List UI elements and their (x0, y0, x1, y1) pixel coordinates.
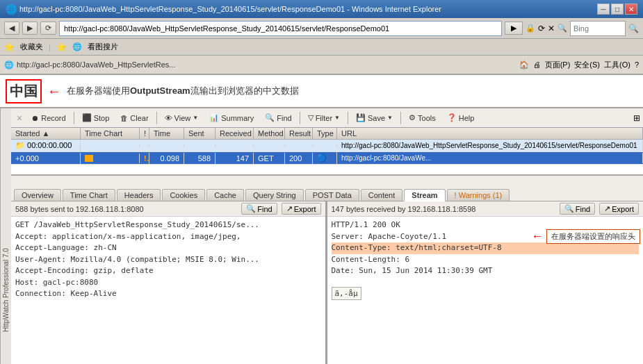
sep4 (348, 112, 348, 124)
tab-postdata[interactable]: POST Data (305, 189, 359, 201)
left-line6: Host: gacl-pc:8080 (15, 278, 98, 287)
annotation-header: ← 在服务器端设置的响应头 (531, 229, 640, 244)
right-line4: Content-Length: 6 (332, 255, 410, 264)
td-timechart-1 (81, 144, 140, 147)
left-line1: GET /JavaWeb_HttpServletResponse_Study_2… (15, 220, 259, 229)
left-line5: Accept-Encoding: gzip, deflate (15, 266, 154, 275)
tools-menu-ie[interactable]: 工具(O) (604, 60, 630, 70)
refresh-button[interactable]: ⟳ (40, 22, 56, 35)
help-button-hw[interactable]: ❓ Help (442, 111, 480, 124)
restore-button[interactable]: □ (611, 3, 624, 15)
ie-icon: 🌐 (6, 4, 17, 15)
th-time: Time (149, 128, 184, 139)
left-toolbar: 588 bytes sent to 192.168.118.1:8080 🔍 F… (11, 201, 325, 217)
summary-button[interactable]: 📊 Summary (204, 111, 259, 124)
cert-icon: 🔒 (526, 24, 535, 33)
export-icon-left: ↗ (286, 204, 293, 213)
right-line5: Date: Sun, 15 Jun 2014 11:30:39 GMT (332, 266, 493, 275)
page-toolbar: 🌐 http://gacl-pc:8080/JavaWeb_HttpServle… (0, 56, 643, 75)
th-started: Started ▲ (11, 128, 81, 139)
th-excl: ! (140, 128, 149, 139)
print-icon: 🖨 (533, 60, 541, 69)
main-area: 中国 ← 在服务器端使用OutputStream流输出到浏览器的中文数据 Htt… (0, 75, 643, 364)
tab-warnings[interactable]: ! Warnings (1) (447, 189, 510, 201)
fav-item1-label[interactable]: 看图搜片 (88, 42, 118, 52)
td-url-2: http://gacl-pc:8080/JavaWe... (337, 153, 643, 163)
view-button[interactable]: 👁 View ▼ (160, 112, 204, 124)
tab-querystring[interactable]: Query String (245, 189, 304, 201)
page-type-icon: 🔵 (317, 154, 327, 162)
table-row[interactable]: +0.000 ! 0.098 588 147 GET 200 🔵 http://… (11, 152, 643, 165)
nav-bar: ◀ ▶ ⟳ ▶ 🔒 ⟳ ✕ 🔍 🔍 (0, 18, 643, 39)
tab-cookies[interactable]: Cookies (162, 189, 205, 201)
back-button[interactable]: ◀ (4, 22, 19, 35)
save-button[interactable]: 💾 Save ▼ (351, 111, 398, 124)
go-button[interactable]: ▶ (505, 22, 523, 35)
th-sent: Sent (184, 128, 215, 139)
td-type-2: 🔵 (313, 152, 337, 164)
search-input[interactable] (570, 21, 626, 36)
find-button-left[interactable]: 🔍 Find (241, 203, 277, 215)
right-info: 147 bytes received by 192.168.118.1:8598 (332, 205, 555, 213)
find-button-right[interactable]: 🔍 Find (560, 203, 595, 215)
th-method: Method (254, 128, 285, 139)
right-toolbar: 147 bytes received by 192.168.118.1:8598… (327, 201, 644, 217)
favorites-label[interactable]: 收藏夹 (20, 42, 43, 52)
expand-icon[interactable]: ⊞ (633, 113, 640, 123)
help-icon-ie[interactable]: ? (635, 60, 639, 69)
filter-button[interactable]: ▽ Filter ▼ (303, 111, 345, 124)
clear-icon: 🗑 (120, 114, 128, 122)
find-icon-left: 🔍 (246, 204, 256, 213)
tools-icon: ⚙ (409, 113, 416, 122)
httpwatch-toolbar: × ⏺ Record ⬛ Stop 🗑 Clear 👁 View (11, 108, 643, 128)
record-button[interactable]: ⏺ Record (26, 112, 70, 124)
help-icon: ❓ (447, 113, 457, 122)
minimize-button[interactable]: ─ (597, 3, 610, 15)
tab-headers[interactable]: Headers (117, 189, 161, 201)
save-dropdown-icon: ▼ (387, 115, 393, 121)
address-bar[interactable] (59, 21, 502, 36)
table-row[interactable]: 📁 00:00:00.000 http://gacl-pc:8080/JavaW… (11, 140, 643, 152)
td-time-1 (149, 144, 184, 147)
folder-icon: 📁 (15, 141, 25, 149)
tools-button-hw[interactable]: ⚙ Tools (404, 111, 441, 124)
tab-overview[interactable]: Overview (14, 189, 61, 201)
sep1 (74, 112, 74, 124)
td-timechart-2 (81, 154, 140, 163)
close-button[interactable]: ✕ (625, 3, 637, 15)
th-timechart: Time Chart (81, 128, 140, 139)
th-type: Type (313, 128, 337, 139)
td-result-2: 200 (285, 153, 313, 164)
tab-content[interactable]: Content (361, 189, 403, 201)
page-address-short: http://gacl-pc:8080/JavaWeb_HttpServletR… (17, 60, 175, 69)
horizontal-scrollbar[interactable] (11, 175, 643, 185)
export-button-left[interactable]: ↗ Export (282, 203, 321, 215)
view-dropdown-icon: ▼ (193, 115, 198, 121)
content-wrapper: HttpWatch Professional 7.0 × ⏺ Record ⬛ … (0, 108, 643, 364)
page-menu[interactable]: 页面(P) (545, 60, 571, 70)
th-received: Received (215, 128, 254, 139)
td-url-1: http://gacl-pc:8080/JavaWeb_HttpServletR… (337, 140, 643, 151)
title-bar: 🌐 http://gacl-pc:8080/JavaWeb_HttpServle… (0, 0, 643, 18)
filter-icon: ▽ (308, 113, 314, 122)
left-line4: User-Agent: Mozilla/4.0 (compatible; MSI… (15, 255, 259, 264)
tab-timechart[interactable]: Time Chart (63, 189, 115, 201)
stop-icon2: ⬛ (82, 113, 92, 122)
forward-button[interactable]: ▶ (22, 22, 38, 35)
td-sent-1 (184, 144, 215, 147)
find-button-hw[interactable]: 🔍 Find (260, 111, 296, 124)
left-line3: Accept-Language: zh-CN (15, 243, 117, 252)
tab-cache[interactable]: Cache (206, 189, 244, 201)
find-icon-right: 🔍 (564, 204, 574, 213)
clear-button[interactable]: 🗑 Clear (115, 112, 153, 124)
annotation-text: 在服务器端使用OutputStream流输出到浏览器的中文数据 (67, 85, 299, 97)
sep3 (300, 112, 300, 124)
left-line2: Accept: application/x-ms-application, im… (15, 232, 241, 241)
td-result-1 (285, 144, 313, 147)
hw-close-button[interactable]: × (14, 111, 25, 125)
export-button-right[interactable]: ↗ Export (599, 203, 639, 215)
tab-stream[interactable]: Stream (404, 189, 445, 201)
stop-button[interactable]: ⬛ Stop (77, 111, 115, 124)
td-started-2: +0.000 (11, 153, 81, 164)
safety-menu[interactable]: 安全(S) (574, 60, 600, 70)
